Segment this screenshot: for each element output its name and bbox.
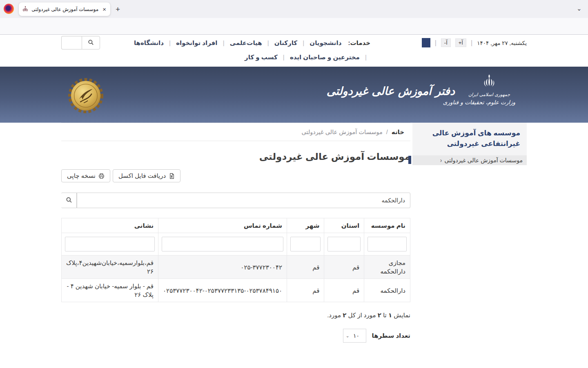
cell-address: قم - بلوار سمیه- خیابان شهدین ۴ - پلاک ۲… [62,279,158,302]
results-summary: نمایش ۱ تا ۲ مورد از کل ۲ مورد. [61,312,410,319]
summary-text: تا [383,312,387,319]
current-date: یکشنبه, ۲۷ مهر, ۱۴۰۴ [477,40,527,46]
nav-link-inventors[interactable]: مخترعین و صاحبان ایده [290,54,360,61]
site-brand: جمهوری اسلامی ایران وزارت علوم، تحقیقات … [371,74,515,105]
nav-separator: | [365,54,367,61]
nav-separator: | [223,39,225,46]
filter-institution-name-input[interactable] [368,237,407,251]
cell-institution-name: مجازی دارالحکمه [364,256,410,279]
nav-separator: | [283,54,285,61]
table-row[interactable]: مجازی دارالحکمه قم قم ۰۲۵-۳۷۷۲۳۰۰۴۲ قم،ب… [62,256,410,279]
search-icon [88,39,94,47]
separator: | [471,39,472,47]
breadcrumb: خانه / موسسات آموزش عالی غیردولتی [61,123,410,141]
search-icon [66,197,72,204]
col-header-address[interactable]: نشانی [62,218,158,233]
cell-province: قم [324,256,364,279]
excel-file-icon [169,173,175,179]
utility-right-cluster: یکشنبه, ۲۷ مهر, ۱۴۰۴ | آ+ آ- | [422,38,527,47]
active-item-marker [408,156,411,164]
nav-separator: | [303,39,304,46]
col-header-institution-name[interactable]: نام موسسه [364,218,410,233]
filter-city-input[interactable] [290,237,321,251]
site-favicon-emblem-icon [22,6,29,13]
cell-phone: ۰۲۵-۳۷۷۲۳۰۰۴۲ [158,256,287,279]
col-header-city[interactable]: شهر [287,218,324,233]
sidebar-item-label: موسسات آموزش عالی غیردولتی [444,157,523,164]
print-button[interactable]: نسخه چاپی [61,169,110,182]
services-label: خدمات: [348,39,370,46]
summary-text: نمایش [394,312,410,319]
browser-tab[interactable]: موسسات آموزش عالی غیردولتی × [19,2,110,16]
site-search-group [61,36,100,49]
tab-close-icon[interactable]: × [102,6,107,13]
iran-emblem-icon [482,84,496,91]
site-utility-bar: خدمات: دانشجویان | کارکنان | هیات‌علمی |… [0,35,588,67]
table-row[interactable]: دارالحکمه قم قم ۰۲۵۳۷۷۲۳۰۰۴۲-۰۲۵۳۷۷۲۳۳۱۳… [62,279,410,302]
filter-phone-input[interactable] [162,237,283,251]
breadcrumb-home-link[interactable]: خانه [392,128,404,136]
top-nav-row-2: | مخترعین و صاحبان ایده | کسب و کار [134,52,370,62]
rows-per-page-select[interactable]: ⌄ ۱۰ [343,329,366,343]
grid-search-row [61,193,410,208]
new-tab-button[interactable]: + [116,5,120,14]
font-increase-button[interactable]: آ+ [455,38,466,47]
excel-button-label: دریافت فایل اکسل [118,172,166,180]
chevron-down-icon: ⌄ [346,333,350,339]
filter-province-input[interactable] [327,237,361,251]
firefox-logo-icon[interactable] [4,4,14,14]
printer-icon [98,173,105,179]
table-filter-row [62,233,410,256]
nav-link-business[interactable]: کسب و کار [245,54,278,61]
summary-to: ۲ [378,312,381,319]
sidebar: موسسه های آموزش عالی غیرانتفاعی غیردولتی… [412,123,527,165]
cell-phone: ۰۲۵۳۷۷۲۳۰۰۴۲-۰۲۵۳۷۷۲۳۳۱۳۵-۰۲۵۳۷۸۴۹۱۵۰ [158,279,287,302]
nav-link-students[interactable]: دانشجویان [310,39,341,46]
print-button-label: نسخه چاپی [67,172,96,180]
rows-per-page-value: ۱۰ [350,332,363,339]
institutions-table: نام موسسه استان شهر شماره تماس نشانی مجا… [61,218,410,302]
summary-from: ۱ [388,312,392,319]
separator: | [435,39,437,47]
page-title: موسسات آموزش عالی غیردولتی [61,151,410,162]
nav-separator: | [169,39,171,46]
ministry-name-line: وزارت علوم، تحقیقات و فناوری [463,99,515,105]
browser-tab-strip: موسسات آموزش عالی غیردولتی × + ⌄ [0,0,588,18]
ministry-country-line: جمهوری اسلامی ایران [463,92,515,97]
filter-address-input[interactable] [65,237,155,251]
grid-search-button[interactable] [61,193,77,208]
summary-text: مورد. [327,312,341,319]
rows-per-page-bar: تعداد سطرها ⌄ ۱۰ [61,329,410,343]
excel-export-button[interactable]: دریافت فایل اکسل [113,169,180,182]
ministry-block: جمهوری اسلامی ایران وزارت علوم، تحقیقات … [463,74,515,105]
cell-city: قم [287,256,324,279]
site-header-band: جمهوری اسلامی ایران وزارت علوم، تحقیقات … [0,67,588,123]
table-header-row: نام موسسه استان شهر شماره تماس نشانی [62,218,410,233]
top-nav-row-1: خدمات: دانشجویان | کارکنان | هیات‌علمی |… [134,38,370,48]
browser-toolbar: ← → ⟳ ⌂ https://ngp.msrt.ir/fa/grid/301/… [0,18,588,35]
site-search-input[interactable] [61,36,82,49]
cell-institution-name: دارالحکمه [364,279,410,302]
col-header-phone[interactable]: شماره تماس [158,218,287,233]
site-top-nav: خدمات: دانشجویان | کارکنان | هیات‌علمی |… [134,38,370,62]
summary-total: ۲ [343,312,346,319]
nav-link-disabled-persons[interactable]: افراد توانخواه [176,39,217,46]
grid-search-input[interactable] [77,193,410,208]
content-column: خانه / موسسات آموزش عالی غیردولتی موسسات… [61,123,410,343]
breadcrumb-current: موسسات آموزش عالی غیردولتی [301,129,382,135]
sidebar-item-nongov-institutions[interactable]: موسسات آموزش عالی غیردولتی ‹ [412,155,527,165]
gold-year-seal-icon [68,78,104,114]
cell-province: قم [324,279,364,302]
site-search-button[interactable] [82,36,100,49]
theme-color-square[interactable] [422,38,430,47]
breadcrumb-separator: / [386,129,388,135]
tab-title: موسسات آموزش عالی غیردولتی [32,7,98,12]
col-header-province[interactable]: استان [324,218,364,233]
sidebar-heading: موسسه های آموزش عالی غیرانتفاعی غیردولتی [412,123,527,155]
nav-link-faculty[interactable]: هیات‌علمی [230,39,262,46]
font-decrease-button[interactable]: آ- [441,38,451,47]
list-tabs-icon[interactable]: ⌄ [577,5,582,12]
cell-city: قم [287,279,324,302]
nav-link-universities[interactable]: دانشگاه‌ها [134,39,164,46]
nav-link-staff[interactable]: کارکنان [274,39,297,46]
